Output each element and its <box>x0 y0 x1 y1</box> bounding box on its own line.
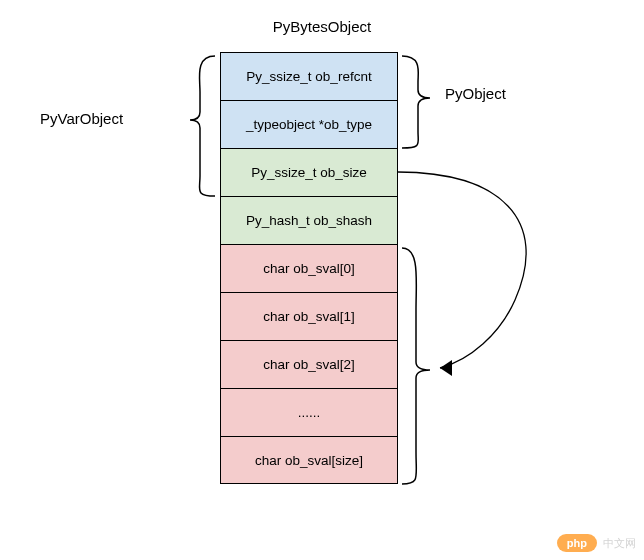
arrow-head-icon <box>440 360 452 376</box>
cell-ob-sval-n: char ob_sval[size] <box>220 436 398 484</box>
watermark-badge: php <box>557 534 597 552</box>
brace-pyvarobject <box>190 56 215 196</box>
watermark: php 中文网 <box>557 534 636 552</box>
cell-ob-refcnt: Py_ssize_t ob_refcnt <box>220 52 398 100</box>
brace-sval-array <box>402 248 430 484</box>
label-pyvarobject: PyVarObject <box>40 110 123 127</box>
cell-ob-sval-0: char ob_sval[0] <box>220 244 398 292</box>
diagram-title: PyBytesObject <box>273 18 371 35</box>
label-pyobject: PyObject <box>445 85 506 102</box>
cell-ob-size: Py_ssize_t ob_size <box>220 148 398 196</box>
cell-ellipsis: ...... <box>220 388 398 436</box>
cell-ob-shash: Py_hash_t ob_shash <box>220 196 398 244</box>
brace-pyobject <box>402 56 430 148</box>
watermark-text: 中文网 <box>603 536 636 551</box>
cell-ob-sval-2: char ob_sval[2] <box>220 340 398 388</box>
struct-stack: Py_ssize_t ob_refcnt _typeobject *ob_typ… <box>220 52 398 484</box>
cell-ob-sval-1: char ob_sval[1] <box>220 292 398 340</box>
cell-ob-type: _typeobject *ob_type <box>220 100 398 148</box>
arrow-size-to-array <box>398 172 526 368</box>
